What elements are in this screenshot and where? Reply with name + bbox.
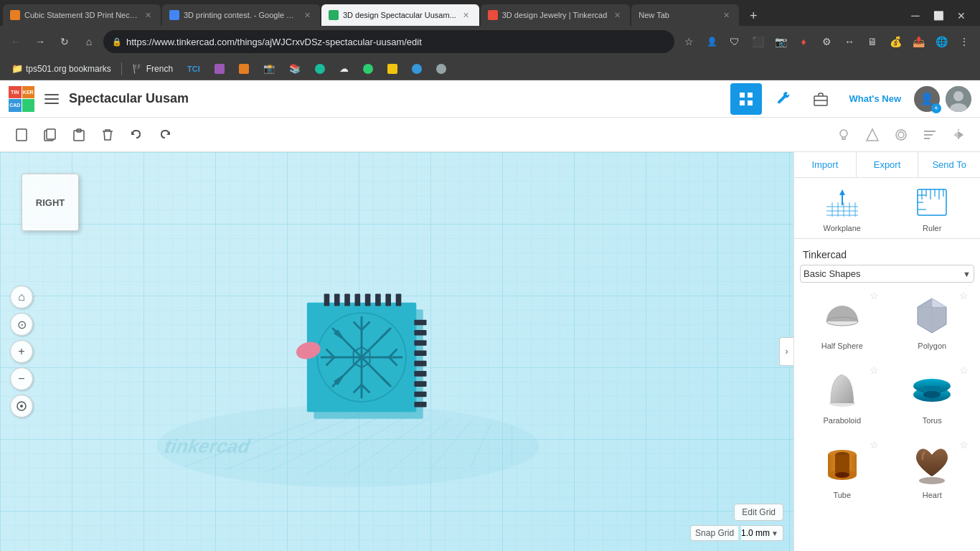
orbit-button[interactable] — [10, 395, 33, 418]
svg-rect-2 — [740, 100, 745, 105]
extension-2[interactable]: 🛡 — [725, 32, 745, 52]
browser-tab-5[interactable]: New Tab ✕ — [631, 4, 739, 26]
bookmark-3[interactable] — [209, 62, 230, 76]
copy-button[interactable] — [37, 122, 63, 148]
add-person-button[interactable]: 👤 + — [914, 86, 940, 112]
view-cube[interactable]: RIGHT — [22, 174, 79, 231]
export-button[interactable]: Export — [857, 152, 919, 177]
new-document-button[interactable] — [9, 122, 34, 148]
extension-9[interactable]: 💰 — [885, 32, 905, 52]
bookmark-tci[interactable]: TCI — [182, 62, 206, 75]
edit-grid-button[interactable]: Edit Grid — [734, 504, 783, 521]
tab-close-3[interactable]: ✕ — [461, 9, 472, 21]
browser-tab-1[interactable]: Cubic Statement 3D Print Neck... ✕ — [3, 4, 161, 26]
paste-button[interactable] — [66, 122, 92, 148]
send-to-button[interactable]: Send To — [918, 152, 980, 177]
forward-button[interactable]: → — [30, 32, 50, 52]
fit-view-button[interactable]: ⊙ — [10, 313, 33, 336]
user-avatar[interactable] — [946, 86, 971, 112]
home-view-button[interactable]: ⌂ — [10, 286, 33, 309]
bookmark-7[interactable] — [309, 62, 331, 76]
bookmark-french[interactable]: 🏴 French — [126, 61, 179, 76]
tab-close-1[interactable]: ✕ — [142, 9, 154, 21]
workplane-button[interactable]: Workplane — [800, 184, 885, 232]
light-button[interactable] — [831, 122, 857, 148]
minimize-button[interactable]: ─ — [905, 6, 925, 26]
tube-star[interactable]: ☆ — [870, 439, 879, 451]
shape-half-sphere[interactable]: Half Sphere ☆ — [800, 287, 885, 356]
home-button[interactable]: ⌂ — [79, 32, 99, 52]
browser-tab-4[interactable]: 3D design Jewelry | Tinkercad ✕ — [481, 4, 631, 26]
tab-close-4[interactable]: ✕ — [611, 9, 623, 21]
extension-5[interactable]: ♦ — [793, 32, 814, 52]
bookmark-4[interactable] — [233, 62, 255, 76]
address-bar[interactable]: 🔒 https://www.tinkercad.com/things/ajWJC… — [103, 30, 674, 53]
delete-button[interactable] — [95, 122, 121, 148]
extension-6[interactable]: ⚙ — [816, 32, 837, 52]
portfolio-button[interactable] — [805, 83, 837, 115]
bookmark-tps501[interactable]: 📁 tps501.org bookmarks — [6, 61, 117, 76]
shape-torus[interactable]: Torus ☆ — [890, 362, 975, 430]
refresh-button[interactable]: ↻ — [55, 32, 75, 52]
tab-close-5[interactable]: ✕ — [720, 9, 732, 21]
close-button[interactable]: ✕ — [951, 6, 971, 26]
bookmark-11[interactable] — [406, 62, 428, 76]
extension-11[interactable]: 🌐 — [931, 32, 951, 52]
extension-3[interactable]: ⬛ — [748, 32, 768, 52]
shape-heart[interactable]: Heart ☆ — [890, 436, 975, 505]
circle-tool-button[interactable] — [888, 122, 914, 148]
polygon-star[interactable]: ☆ — [959, 290, 969, 301]
snap-grid-value[interactable]: 1.0 mm ▼ — [741, 525, 783, 541]
align-button[interactable] — [917, 122, 943, 148]
undo-button[interactable] — [123, 122, 149, 148]
tools-button[interactable] — [768, 83, 799, 115]
tab-favicon-3 — [329, 10, 339, 20]
svg-point-121 — [919, 477, 945, 484]
project-title[interactable]: Spectacular Uusam — [69, 91, 725, 106]
canvas-area[interactable]: RIGHT ⌂ ⊙ + − — [0, 152, 793, 551]
panel-collapse-button[interactable]: › — [779, 337, 793, 366]
import-button[interactable]: Import — [794, 152, 857, 177]
new-tab-button[interactable]: + — [743, 6, 763, 26]
extension-4[interactable]: 📷 — [771, 32, 791, 52]
ruler-button[interactable]: Ruler — [890, 184, 975, 232]
grid-view-button[interactable] — [730, 83, 762, 115]
shape-tube[interactable]: Tube ☆ — [800, 436, 885, 505]
snap-dropdown-icon[interactable]: ▼ — [771, 529, 778, 537]
back-button[interactable]: ← — [6, 32, 26, 52]
paraboloid-star[interactable]: ☆ — [870, 364, 879, 376]
torus-star[interactable]: ☆ — [959, 364, 969, 376]
bookmark-9[interactable] — [357, 62, 379, 76]
extension-7[interactable]: ↔ — [839, 32, 859, 52]
hamburger-menu[interactable] — [40, 88, 63, 110]
shape-tool-button[interactable] — [859, 122, 885, 148]
bookmark-10[interactable] — [382, 62, 403, 76]
more-menu-button[interactable]: ⋮ — [954, 32, 974, 52]
bookmark-5[interactable]: 📸 — [258, 61, 281, 76]
bookmark-6[interactable]: 📚 — [283, 61, 306, 76]
tinkercad-logo[interactable]: TIN KER CAD — [9, 86, 34, 112]
extension-1[interactable]: 👤 — [702, 32, 722, 52]
browser-tab-3[interactable]: 3D design Spectacular Uusam... ✕ — [321, 4, 479, 26]
view-cube-face[interactable]: RIGHT — [22, 174, 79, 231]
shape-polygon[interactable]: Polygon ☆ — [890, 287, 975, 356]
bookmark-icon[interactable]: ☆ — [679, 32, 699, 52]
3d-object[interactable]: tinkercad — [104, 207, 592, 496]
heart-star[interactable]: ☆ — [959, 439, 969, 451]
half-sphere-star[interactable]: ☆ — [870, 290, 879, 301]
bookmark-12[interactable] — [430, 62, 452, 76]
extension-10[interactable]: 📤 — [908, 32, 928, 52]
mirror-button[interactable] — [946, 122, 971, 148]
redo-button[interactable] — [152, 122, 178, 148]
shape-paraboloid[interactable]: Paraboloid ☆ — [800, 362, 885, 430]
browser-chrome: Cubic Statement 3D Print Neck... ✕ 3D pr… — [0, 0, 980, 80]
library-selector[interactable]: Basic Shapes ▼ — [800, 265, 974, 283]
zoom-in-button[interactable]: + — [10, 340, 33, 363]
bookmark-8[interactable]: ☁ — [334, 61, 354, 76]
zoom-out-button[interactable]: − — [10, 367, 33, 390]
tab-close-2[interactable]: ✕ — [301, 9, 313, 21]
extension-8[interactable]: 🖥 — [862, 32, 882, 52]
restore-button[interactable]: ⬜ — [928, 6, 948, 26]
browser-tab-2[interactable]: 3D printing contest. - Google D... ✕ — [162, 4, 320, 26]
whats-new-button[interactable]: What's New — [842, 89, 908, 108]
